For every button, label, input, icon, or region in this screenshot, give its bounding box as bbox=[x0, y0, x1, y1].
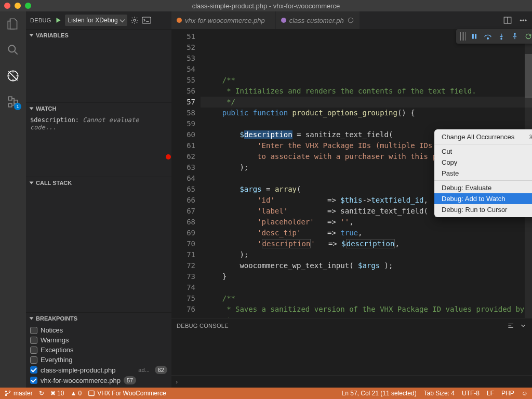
more-icon[interactable]: ••• bbox=[520, 17, 527, 24]
panel-watch[interactable]: WATCH bbox=[26, 103, 171, 114]
menu-item-label: Copy bbox=[442, 158, 457, 166]
breakpoint-item[interactable]: Notices bbox=[30, 326, 167, 334]
encoding[interactable]: UTF-8 bbox=[462, 390, 480, 397]
svg-point-12 bbox=[501, 38, 502, 39]
warnings-count[interactable]: ▲ 0 bbox=[70, 390, 82, 397]
scm-icon[interactable]: 1 bbox=[6, 95, 20, 109]
start-debug-icon[interactable] bbox=[55, 17, 62, 24]
debug-console-panel: DEBUG CONSOLE › bbox=[171, 318, 532, 388]
restart-icon[interactable] bbox=[524, 32, 532, 41]
debug-console-input[interactable]: › bbox=[171, 375, 532, 388]
debug-config-select[interactable]: Listen for XDebug bbox=[65, 15, 127, 26]
svg-point-11 bbox=[487, 38, 489, 39]
tab[interactable]: class-customer.ph bbox=[276, 11, 360, 29]
checkbox[interactable] bbox=[30, 356, 37, 364]
step-over-icon[interactable] bbox=[483, 32, 493, 41]
window-maximize-icon[interactable] bbox=[25, 3, 31, 9]
gutter[interactable]: 5152535455565758596061626364656667686970… bbox=[171, 29, 201, 318]
tab-size[interactable]: Tab Size: 4 bbox=[424, 390, 455, 397]
chevron-down-icon bbox=[30, 182, 34, 184]
status-bar: master ↻ ✖ 10 ▲ 0 VHX For WooCommerce Ln… bbox=[0, 388, 532, 399]
menu-item[interactable]: Debug: Add to Watch bbox=[434, 193, 532, 204]
context-menu: Change All Occurrences⌘F2Cut⌘XCopy⌘CPast… bbox=[434, 129, 532, 217]
sidebar: DEBUG Listen for XDebug VARIABLES bbox=[26, 11, 171, 388]
pause-icon[interactable] bbox=[470, 32, 479, 41]
menu-item[interactable]: Debug: Evaluate bbox=[434, 180, 532, 193]
panel-variables[interactable]: VARIABLES bbox=[26, 30, 171, 41]
menu-item-label: Debug: Evaluate bbox=[442, 184, 491, 192]
search-icon[interactable] bbox=[6, 43, 20, 57]
project-name[interactable]: VHX For WooCommerce bbox=[88, 390, 166, 397]
activity-bar: 1 bbox=[0, 11, 26, 388]
debug-step-toolbar[interactable]: ✕ bbox=[456, 29, 532, 44]
debug-toolbar: DEBUG Listen for XDebug bbox=[26, 11, 171, 29]
svg-point-17 bbox=[9, 391, 10, 392]
window-close-icon[interactable] bbox=[4, 3, 10, 9]
checkbox[interactable] bbox=[30, 327, 37, 334]
window-title: class-simple-product.php - vhx-for-wooco… bbox=[0, 2, 532, 10]
menu-item-label: Debug: Add to Watch bbox=[442, 195, 505, 203]
checkbox[interactable] bbox=[30, 377, 37, 384]
breakpoint-item[interactable]: class-simple-product.phpad...62 bbox=[30, 366, 167, 374]
debug-console-title: DEBUG CONSOLE bbox=[177, 323, 229, 329]
language-mode[interactable]: PHP bbox=[501, 390, 514, 397]
modified-icon bbox=[347, 17, 354, 24]
files-icon[interactable] bbox=[6, 17, 20, 31]
svg-rect-18 bbox=[89, 391, 95, 395]
debug-label: DEBUG bbox=[30, 17, 51, 23]
breakpoint-label: Notices bbox=[41, 326, 63, 334]
breakpoint-item[interactable]: vhx-for-woocommerce.php57 bbox=[30, 376, 167, 384]
eol[interactable]: LF bbox=[487, 390, 494, 397]
git-branch[interactable]: master bbox=[4, 390, 33, 397]
feedback-icon[interactable]: ☺ bbox=[522, 390, 528, 397]
settings-icon[interactable] bbox=[507, 322, 514, 329]
tab[interactable]: vhx-for-woocommerce.php bbox=[171, 11, 276, 29]
tabs: vhx-for-woocommerce.phpclass-customer.ph… bbox=[171, 11, 532, 29]
svg-point-0 bbox=[8, 45, 15, 52]
debug-icon[interactable] bbox=[6, 69, 20, 83]
errors-count[interactable]: ✖ 10 bbox=[50, 390, 64, 397]
step-out-icon[interactable] bbox=[510, 32, 520, 41]
step-into-icon[interactable] bbox=[497, 32, 506, 41]
svg-rect-2 bbox=[8, 97, 11, 100]
window-minimize-icon[interactable] bbox=[15, 3, 21, 9]
menu-item[interactable]: Paste⌘V bbox=[434, 168, 532, 179]
menu-item[interactable]: Cut⌘X bbox=[434, 144, 532, 157]
panel-breakpoints[interactable]: BREAKPOINTS bbox=[26, 313, 171, 324]
activity-badge: 1 bbox=[14, 103, 21, 110]
breakpoint-line-badge: 57 bbox=[124, 376, 136, 384]
git-sync[interactable]: ↻ bbox=[39, 390, 44, 397]
svg-rect-9 bbox=[472, 34, 474, 38]
debug-console-icon[interactable] bbox=[142, 17, 151, 24]
split-editor-icon[interactable] bbox=[503, 16, 512, 25]
svg-rect-6 bbox=[142, 17, 151, 23]
svg-rect-10 bbox=[475, 34, 476, 38]
breakpoint-item[interactable]: Exceptions bbox=[30, 346, 167, 354]
checkbox[interactable] bbox=[30, 347, 37, 354]
menu-item[interactable]: Debug: Run to Cursor bbox=[434, 204, 532, 215]
breakpoint-item[interactable]: Everything bbox=[30, 356, 167, 364]
breakpoint-subpath: ad... bbox=[138, 367, 149, 373]
panel-watch-label: WATCH bbox=[36, 105, 57, 112]
panel-callstack[interactable]: CALL STACK bbox=[26, 177, 171, 189]
menu-shortcut: ⌘F2 bbox=[529, 134, 532, 141]
breakpoint-item[interactable]: Warnings bbox=[30, 336, 167, 344]
tab-label: vhx-for-woocommerce.php bbox=[185, 17, 265, 24]
watch-item[interactable]: $description: Cannot evaluate code... bbox=[30, 116, 167, 131]
menu-item-label: Cut bbox=[442, 148, 452, 155]
breakpoint-label: vhx-for-woocommerce.php bbox=[41, 377, 121, 384]
checkbox[interactable] bbox=[30, 366, 37, 374]
menu-item[interactable]: Copy⌘C bbox=[434, 157, 532, 168]
drag-handle-icon[interactable] bbox=[460, 32, 466, 41]
gear-icon[interactable] bbox=[130, 16, 139, 24]
checkbox[interactable] bbox=[30, 337, 37, 344]
collapse-icon[interactable] bbox=[520, 322, 527, 329]
chevron-down-icon bbox=[30, 34, 34, 37]
chevron-down-icon bbox=[30, 108, 34, 110]
cursor-position[interactable]: Ln 57, Col 21 (11 selected) bbox=[342, 390, 417, 397]
menu-item[interactable]: Change All Occurrences⌘F2 bbox=[434, 131, 532, 142]
prompt-icon: › bbox=[176, 378, 178, 385]
svg-point-5 bbox=[134, 19, 136, 21]
breakpoint-label: class-simple-product.php bbox=[41, 366, 116, 374]
menu-item-label: Debug: Run to Cursor bbox=[442, 206, 507, 214]
